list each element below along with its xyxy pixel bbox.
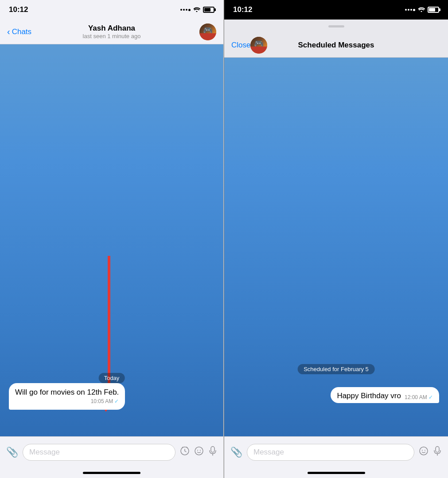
svg-point-2 bbox=[197, 450, 198, 451]
scheduled-message-bubble: Happy Birthday vro 12:00 AM ✓ bbox=[233, 387, 439, 403]
emoji-icon[interactable] bbox=[194, 446, 204, 458]
input-placeholder: Message bbox=[29, 448, 60, 457]
scheduled-bubble-text: Happy Birthday vro bbox=[337, 392, 401, 400]
right-emoji-icon[interactable] bbox=[419, 446, 429, 458]
svg-point-8 bbox=[425, 450, 425, 451]
input-bar: 📎 Message bbox=[0, 436, 223, 467]
avatar-image bbox=[199, 24, 216, 40]
right-attach-icon[interactable]: 📎 bbox=[230, 447, 242, 458]
wifi-icon bbox=[193, 6, 200, 13]
right-battery-icon bbox=[428, 7, 439, 13]
date-badge: Today bbox=[99, 373, 125, 383]
sheet-handle bbox=[328, 25, 344, 27]
svg-rect-4 bbox=[211, 447, 214, 452]
scheduled-chat-area: Scheduled for February 5 Happy Birthday … bbox=[224, 58, 448, 436]
right-status-time: 10:12 bbox=[233, 5, 252, 14]
schedule-icon[interactable] bbox=[180, 446, 190, 458]
svg-point-1 bbox=[195, 447, 203, 455]
chat-area: Today Will go for movies on 12th Feb. 10… bbox=[0, 44, 223, 436]
right-wifi-icon bbox=[418, 6, 425, 14]
svg-point-3 bbox=[200, 450, 201, 451]
right-phone: 10:12 Close Schedul bbox=[224, 0, 448, 478]
back-label[interactable]: Chats bbox=[12, 27, 31, 36]
message-time: 10:05 AM bbox=[91, 398, 113, 405]
left-status-time: 10:12 bbox=[9, 5, 28, 14]
right-home-bar bbox=[308, 472, 365, 474]
right-input-bar: 📎 Message bbox=[224, 436, 448, 467]
scheduled-bubble: Happy Birthday vro 12:00 AM ✓ bbox=[331, 387, 439, 403]
nav-center: Yash Adhana last seen 1 minute ago bbox=[83, 24, 141, 39]
left-nav-bar: ‹ Chats Yash Adhana last seen 1 minute a… bbox=[0, 20, 223, 44]
scheduled-messages-title: Scheduled Messages bbox=[298, 41, 374, 50]
right-status-icons bbox=[405, 6, 439, 14]
chat-subtitle: last seen 1 minute ago bbox=[83, 33, 141, 39]
chat-title: Yash Adhana bbox=[83, 24, 141, 33]
bubble-meta: 10:05 AM ✓ bbox=[15, 398, 119, 405]
sheet-handle-area bbox=[224, 20, 448, 33]
bubble: Will go for movies on 12th Feb. 10:05 AM… bbox=[9, 383, 125, 410]
right-status-bar: 10:12 bbox=[224, 0, 448, 20]
right-message-input[interactable]: Message bbox=[247, 444, 414, 461]
scheduled-bubble-time: 12:00 AM ✓ bbox=[405, 394, 433, 400]
bubble-text: Will go for movies on 12th Feb. bbox=[15, 388, 119, 396]
home-indicator bbox=[0, 467, 223, 478]
right-avatar[interactable] bbox=[250, 37, 267, 54]
left-phone: 10:12 ‹ Chats bbox=[0, 0, 224, 478]
message-bubble: Will go for movies on 12th Feb. 10:05 AM… bbox=[9, 383, 214, 410]
chevron-left-icon: ‹ bbox=[7, 27, 10, 37]
left-status-icons bbox=[180, 6, 214, 13]
svg-point-7 bbox=[422, 450, 423, 451]
mic-icon[interactable] bbox=[208, 446, 217, 458]
right-signal-icon bbox=[405, 9, 415, 11]
signal-icon bbox=[180, 9, 191, 11]
right-mic-icon[interactable] bbox=[433, 446, 442, 458]
input-icons bbox=[180, 446, 217, 458]
right-input-icons bbox=[419, 446, 442, 458]
left-status-bar: 10:12 bbox=[0, 0, 223, 20]
battery-icon bbox=[203, 7, 214, 13]
avatar[interactable] bbox=[199, 24, 216, 40]
scheduled-bubble-inner: Happy Birthday vro 12:00 AM ✓ bbox=[337, 392, 433, 400]
message-input[interactable]: Message bbox=[23, 444, 175, 461]
right-home-indicator bbox=[224, 467, 448, 478]
scheduled-check-icon: ✓ bbox=[429, 394, 433, 400]
check-icon: ✓ bbox=[114, 398, 119, 405]
scheduled-badge: Scheduled for February 5 bbox=[297, 364, 375, 374]
right-avatar-image bbox=[250, 37, 267, 54]
home-bar bbox=[83, 472, 140, 474]
svg-point-6 bbox=[420, 447, 428, 455]
back-button[interactable]: ‹ Chats bbox=[7, 27, 31, 37]
scheduled-nav: Close Scheduled Messages bbox=[224, 33, 448, 58]
attach-icon[interactable]: 📎 bbox=[6, 447, 18, 458]
right-input-placeholder: Message bbox=[253, 448, 284, 457]
close-button[interactable]: Close bbox=[231, 41, 250, 50]
svg-rect-9 bbox=[436, 447, 439, 452]
